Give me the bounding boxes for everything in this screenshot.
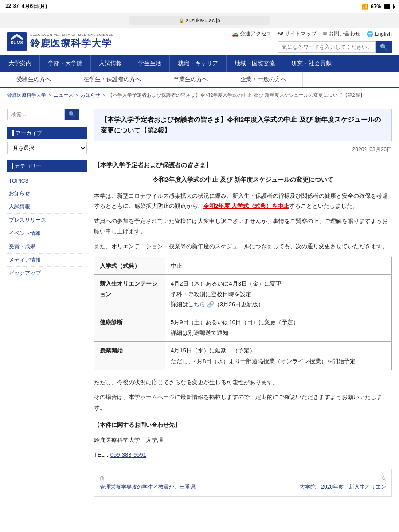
sub-nav: 受験生の方へ 在学生・保護者の方へ 卒業生の方へ 企業・一般の方へ [0, 72, 399, 88]
utility-links: 🚗 交通アクセス 🗺 サイトマップ ✉ お問い合わせ 🌐 English [232, 30, 392, 38]
contact-link[interactable]: ✉ お問い合わせ [323, 30, 360, 38]
breadcrumb-news[interactable]: ニュース [54, 92, 73, 98]
english-link[interactable]: 🌐 English [367, 31, 392, 37]
sidebar-category-title: カテゴリー [7, 160, 87, 172]
address-bar: 🔒 suzuka-u.ac.jp [0, 13, 399, 28]
content-wrapper: 🔍 アーカイブ 月を選択 カテゴリー TOPICS お知らせ 入試情報 プレスリ… [0, 103, 399, 502]
breadcrumb-notice[interactable]: お知らせ [81, 92, 100, 98]
table-cell-classes-label: 授業開始 [94, 342, 165, 370]
contact-section: 【本件に関するお問い合わせ先】 鈴鹿医療科学大学 入学課 TEL：059-383… [94, 420, 392, 460]
article-body: 【本学入学予定者および保護者の皆さま】 令和2年度入学式の中止 及び 新年度スケ… [94, 160, 392, 460]
header-search-input[interactable] [278, 41, 376, 53]
sidebar-search-button[interactable]: 🔍 [65, 109, 79, 120]
article-subtitle: 令和2年度入学式の中止 及び 新年度スケジュールの変更について [94, 174, 392, 185]
breadcrumb-current: 【本学入学予定者および保護者の皆さま】令和2年度入学式の中止 及び 新年度スケジ… [108, 92, 364, 98]
main-nav: 大学案内 学部・大学院 入試情報 学生生活 就職・キャリア 地域・国際交流 研究… [0, 55, 399, 72]
table-cell-orientation-content: 4月2日（木）あるいは4月3日（金）に変更 学科・専攻別に登校日時を設定 詳細は… [165, 275, 392, 313]
table-row-ceremony: 入学式（式典） 中止 [94, 257, 392, 274]
nav-item-research[interactable]: 研究・社会貢献 [283, 55, 340, 72]
prev-label: 前 [100, 475, 238, 481]
access-link[interactable]: 🚗 交通アクセス [232, 30, 272, 38]
article-footer-1: ただし、今後の状況に応じてさらなる変更が生じる可能性があります。 [94, 377, 392, 387]
date: 4月6日(月) [22, 3, 47, 10]
category-pickup[interactable]: ピックアップ [7, 267, 87, 280]
category-notice[interactable]: お知らせ [7, 187, 87, 200]
tel-link[interactable]: 059-383-9591 [110, 451, 146, 458]
english-label: English [375, 31, 392, 37]
car-icon: 🚗 [232, 31, 239, 37]
contact-tel: TEL：059-383-9591 [94, 450, 392, 460]
subnav-graduate[interactable]: 卒業生の方へ [157, 72, 224, 87]
nav-item-faculty[interactable]: 学部・大学院 [40, 55, 91, 72]
nav-item-career[interactable]: 就職・キャリア [170, 55, 227, 72]
main-content: 【本学入学予定者および保護者の皆さま】令和2年度入学式の中止 及び 新年度スケジ… [94, 109, 392, 497]
bold-cancellation: 令和2年度 入学式（式典）を中止 [203, 203, 289, 209]
university-name: SUZUKA UNIVERSITY OF MEDICAL SCIENCE 鈴鹿医… [30, 33, 114, 50]
category-event[interactable]: イベント情報 [7, 227, 87, 240]
nav-item-admission[interactable]: 入試情報 [91, 55, 130, 72]
category-admission[interactable]: 入試情報 [7, 200, 87, 214]
next-label: 次 [249, 475, 387, 481]
post-nav-next: 次 大学院 2020年度 新入生オリエン [243, 469, 392, 497]
category-media[interactable]: メディア情報 [7, 254, 87, 267]
post-nav-prev: 前 管理栄養学専攻の学生と教員が、三重県 [94, 469, 243, 497]
nav-item-student[interactable]: 学生生活 [130, 55, 170, 72]
table-cell-classes-content: 4月15日（水）に延期 （予定） ただし、4月8日（水）より一部遠隔授業（オンラ… [165, 342, 392, 370]
table-row-health: 健康診断 5月9日（土）あるいは10日（日）に変更（予定） 詳細は別途郵送で通知 [94, 313, 392, 342]
contact-dept: 鈴鹿医療科学大学 入学課 [94, 435, 392, 445]
sums-logo: SUMS [7, 32, 27, 51]
article-para-2: 式典への参加を予定されていた皆様には大変申し訳ございませんが、事情をご賢察の上、… [94, 216, 392, 237]
nav-item-local[interactable]: 地域・国際交流 [227, 55, 283, 72]
header-search-button[interactable]: 🔍 [376, 41, 392, 53]
table-cell-ceremony-label: 入学式（式典） [94, 257, 165, 274]
sidebar-archive-section: アーカイブ 月を選択 [7, 127, 87, 154]
sidebar-category-list: TOPICS お知らせ 入試情報 プレスリリース イベント情報 受賞・成果 メデ… [7, 175, 87, 280]
schedule-table: 入学式（式典） 中止 新入生オリエンテーション 4月2日（木）あるいは4月3日（… [94, 257, 392, 370]
category-topics[interactable]: TOPICS [7, 175, 87, 187]
address-field[interactable]: 🔒 suzuka-u.ac.jp [129, 16, 270, 25]
header-search-area: 🔍 [278, 41, 392, 53]
mail-icon: ✉ [323, 31, 327, 37]
table-row-classes: 授業開始 4月15日（水）に延期 （予定） ただし、4月8日（水）より一部遠隔授… [94, 342, 392, 370]
category-award[interactable]: 受賞・成果 [7, 240, 87, 254]
sidebar-search: 🔍 [7, 109, 87, 120]
sitemap-link[interactable]: 🗺 サイトマップ [278, 30, 317, 38]
sidebar-category-section: カテゴリー TOPICS お知らせ 入試情報 プレスリリース イベント情報 受賞… [7, 160, 87, 280]
battery-level: 67% [371, 4, 381, 10]
battery-icon [384, 4, 394, 9]
category-press[interactable]: プレスリリース [7, 214, 87, 227]
article-date: 2020年03月26日 [94, 146, 392, 153]
nav-item-about[interactable]: 大学案内 [0, 55, 40, 72]
orientation-detail-link[interactable]: こちら 🔗 [188, 301, 214, 308]
sidebar: 🔍 アーカイブ 月を選択 カテゴリー TOPICS お知らせ 入試情報 プレスリ… [7, 109, 87, 497]
breadcrumb: 鈴鹿医療科学大学 ＞ ニュース ＞ お知らせ ＞ 【本学入学予定者および保護者の… [0, 88, 399, 103]
table-row-orientation: 新入生オリエンテーション 4月2日（木）あるいは4月3日（金）に変更 学科・専攻… [94, 275, 392, 313]
lock-icon: 🔒 [179, 18, 184, 23]
header: SUMS SUZUKA UNIVERSITY OF MEDICAL SCIENC… [0, 28, 399, 55]
table-cell-ceremony-content: 中止 [165, 257, 392, 274]
article-para-1: 本学は、新型コロナウイルス感染拡大の状況に鑑み、新入生・保護者の皆様及び関係者の… [94, 191, 392, 211]
subnav-current[interactable]: 在学生・保護者の方へ [67, 72, 157, 87]
next-title[interactable]: 大学院 2020年度 新入生オリエン [249, 483, 387, 491]
time: 12:37 [5, 3, 19, 10]
header-right: 🚗 交通アクセス 🗺 サイトマップ ✉ お問い合わせ 🌐 English 🔍 [232, 30, 392, 53]
table-cell-health-label: 健康診断 [94, 313, 165, 342]
table-cell-health-content: 5月9日（土）あるいは10日（日）に変更（予定） 詳細は別途郵送で通知 [165, 313, 392, 342]
contact-title: 【本件に関するお問い合わせ先】 [94, 420, 392, 430]
subnav-company[interactable]: 企業・一般の方へ [224, 72, 303, 87]
prev-title[interactable]: 管理栄養学専攻の学生と教員が、三重県 [100, 483, 238, 491]
university-name-ja: 鈴鹿医療科学大学 [30, 37, 114, 50]
breadcrumb-home[interactable]: 鈴鹿医療科学大学 [7, 92, 46, 98]
sidebar-archive-select[interactable]: 月を選択 [7, 142, 87, 154]
logo-area: SUMS SUZUKA UNIVERSITY OF MEDICAL SCIENC… [7, 32, 114, 51]
table-cell-orientation-label: 新入生オリエンテーション [94, 275, 165, 313]
article-addressee: 【本学入学予定者および保護者の皆さま】 [94, 160, 392, 171]
sidebar-archive-title: アーカイブ [7, 127, 87, 139]
sidebar-search-input[interactable] [7, 109, 65, 120]
map-icon: 🗺 [278, 31, 283, 37]
article-title: 【本学入学予定者および保護者の皆さま】令和2年度入学式の中止 及び 新年度スケジ… [94, 109, 392, 141]
svg-text:SUMS: SUMS [11, 40, 23, 45]
subnav-prospective[interactable]: 受験生の方へ [0, 72, 67, 87]
status-bar: 12:37 4月6日(月) 📶 67% [0, 0, 399, 13]
post-nav: 前 管理栄養学専攻の学生と教員が、三重県 次 大学院 2020年度 新入生オリエ… [94, 469, 392, 497]
